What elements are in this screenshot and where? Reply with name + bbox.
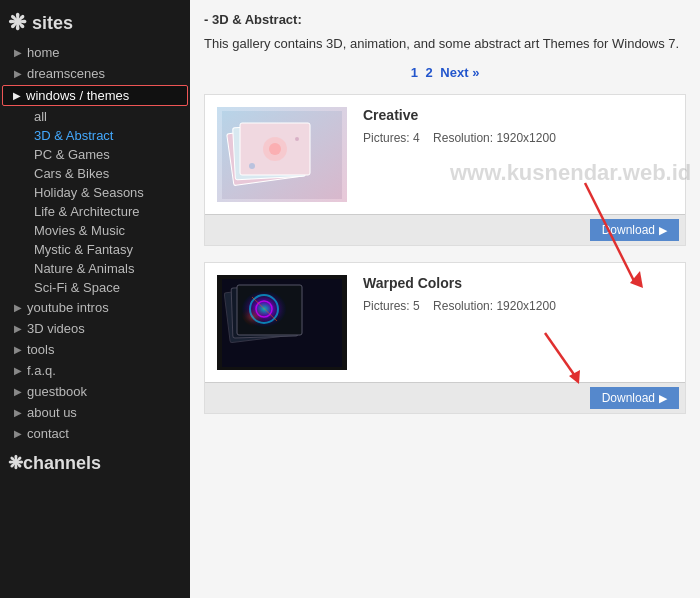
next-link[interactable]: Next » [440,65,479,80]
sidebar-sub-life-architecture[interactable]: Life & Architecture [16,202,190,221]
download-icon-warped: ▶ [659,392,667,405]
download-button-warped[interactable]: Download ▶ [590,387,679,409]
sidebar-sub-3d-abstract[interactable]: 3D & Abstract [16,126,190,145]
section-title: - 3D & Abstract: [204,10,686,30]
sidebar-item-label: youtube intros [27,300,109,315]
main-content: www.kusnendar.web.id - 3D & Abstract: Th… [190,0,700,598]
sidebar-item-label: f.a.q. [27,363,56,378]
theme-info-warped: Warped Colors Pictures: 5 Resolution: 19… [363,275,673,313]
arrow-icon: ▶ [14,344,22,355]
download-icon: ▶ [659,224,667,237]
theme-thumbnail-warped [217,275,347,370]
sidebar-item-dreamscenes[interactable]: ▶ dreamscenes [0,63,190,84]
sidebar-item-home[interactable]: ▶ home [0,42,190,63]
arrow-icon: ▶ [14,365,22,376]
arrow-icon: ▶ [14,68,22,79]
arrow-to-download-svg [525,328,595,388]
page-1-link[interactable]: 1 [411,65,418,80]
sidebar-sub-mystic-fantasy[interactable]: Mystic & Fantasy [16,240,190,259]
sidebar-item-3d-videos[interactable]: ▶ 3D videos [0,318,190,339]
warped-thumbnail-svg [222,279,342,367]
arrow-icon: ▶ [14,47,22,58]
theme-card-inner-warped: Warped Colors Pictures: 5 Resolution: 19… [205,263,685,382]
channels-header: ❋ channels [0,444,190,478]
sidebar-item-youtube-intros[interactable]: ▶ youtube intros [0,297,190,318]
theme-info-creative: Creative Pictures: 4 Resolution: 1920x12… [363,107,673,145]
sidebar-item-label: tools [27,342,54,357]
sidebar-item-label: dreamscenes [27,66,105,81]
channels-label: channels [23,453,101,474]
sidebar-item-tools[interactable]: ▶ tools [0,339,190,360]
svg-point-7 [295,137,299,141]
theme-meta-creative: Pictures: 4 Resolution: 1920x1200 [363,131,673,145]
section-text: This gallery contains 3D, animation, and… [204,34,686,54]
arrow-icon: ▶ [13,90,21,101]
sidebar-item-about-us[interactable]: ▶ about us [0,402,190,423]
sidebar-item-windows-themes[interactable]: ▶ windows / themes [2,85,188,106]
sidebar-sub-sci-fi-space[interactable]: Sci-Fi & Space [16,278,190,297]
sidebar-sub-holiday-seasons[interactable]: Holiday & Seasons [16,183,190,202]
arrow-icon: ▶ [14,323,22,334]
sidebar-item-faq[interactable]: ▶ f.a.q. [0,360,190,381]
channels-icon: ❋ [8,452,23,474]
theme-card-creative: Creative Pictures: 4 Resolution: 1920x12… [204,94,686,246]
sidebar-sub-menu: all 3D & Abstract PC & Games Cars & Bike… [0,107,190,297]
page-2-link[interactable]: 2 [425,65,432,80]
arrow-icon: ▶ [14,428,22,439]
svg-marker-20 [569,370,580,384]
sidebar-sub-all[interactable]: all [16,107,190,126]
arrow-icon: ▶ [14,407,22,418]
svg-point-6 [249,163,255,169]
sidebar-sub-cars-bikes[interactable]: Cars & Bikes [16,164,190,183]
sidebar-item-label: about us [27,405,77,420]
sidebar-item-label: 3D videos [27,321,85,336]
theme-meta-warped: Pictures: 5 Resolution: 1920x1200 [363,299,673,313]
download-bar-warped: Download ▶ [205,382,685,413]
creative-thumbnail-svg [222,111,342,199]
sidebar-item-guestbook[interactable]: ▶ guestbook [0,381,190,402]
sidebar-sub-movies-music[interactable]: Movies & Music [16,221,190,240]
sites-icon: ❋ [8,10,26,36]
sidebar-item-label: contact [27,426,69,441]
theme-card-warped: Warped Colors Pictures: 5 Resolution: 19… [204,262,686,414]
download-button-creative[interactable]: Download ▶ [590,219,679,241]
sidebar-item-contact[interactable]: ▶ contact [0,423,190,444]
svg-point-5 [269,143,281,155]
arrow-icon: ▶ [14,302,22,313]
theme-thumbnail-creative [217,107,347,202]
sites-label: sites [32,13,73,34]
svg-line-19 [545,333,575,376]
pagination: 1 2 Next » [204,65,686,80]
sidebar-item-label: guestbook [27,384,87,399]
sites-header: ❋ sites [0,0,190,42]
theme-name-creative: Creative [363,107,673,123]
theme-card-inner: Creative Pictures: 4 Resolution: 1920x12… [205,95,685,214]
section-description: - 3D & Abstract: This gallery contains 3… [204,10,686,53]
sidebar-sub-pc-games[interactable]: PC & Games [16,145,190,164]
arrow-icon: ▶ [14,386,22,397]
theme-name-warped: Warped Colors [363,275,673,291]
sidebar: ❋ sites ▶ home ▶ dreamscenes ▶ windows /… [0,0,190,598]
sidebar-item-label: home [27,45,60,60]
download-bar-creative: Download ▶ [205,214,685,245]
sidebar-sub-nature-animals[interactable]: Nature & Animals [16,259,190,278]
sidebar-item-label: windows / themes [26,88,129,103]
